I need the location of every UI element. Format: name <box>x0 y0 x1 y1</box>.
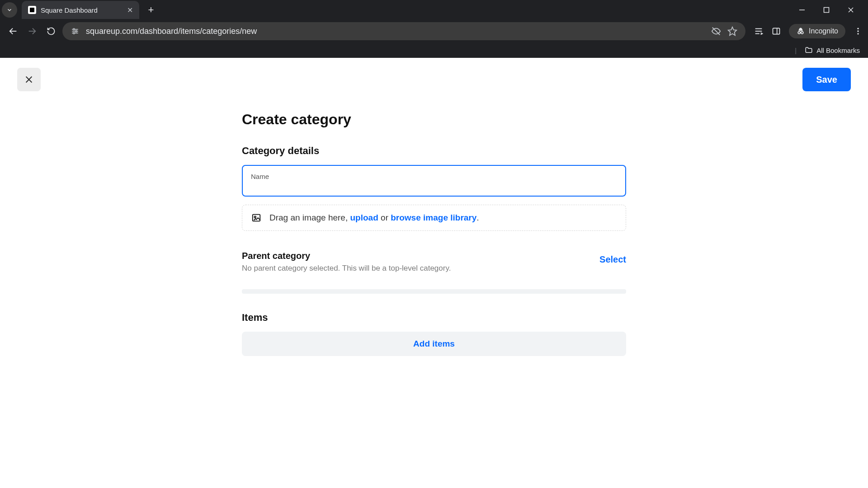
incognito-label: Incognito <box>809 27 838 35</box>
window-minimize-button[interactable] <box>797 5 807 15</box>
save-button[interactable]: Save <box>802 68 851 91</box>
back-button[interactable] <box>5 23 21 39</box>
separator: | <box>795 47 797 54</box>
arrow-right-icon <box>27 26 37 36</box>
window-controls <box>797 5 864 15</box>
close-button[interactable] <box>17 68 41 91</box>
name-label: Name <box>251 173 617 180</box>
toolbar: squareup.com/dashboard/items/categories/… <box>0 20 868 42</box>
close-icon <box>24 75 34 84</box>
browser-tab[interactable]: Square Dashboard ✕ <box>22 1 139 19</box>
visibility-off-icon[interactable] <box>711 26 721 36</box>
name-input[interactable] <box>251 180 617 193</box>
url-text: squareup.com/dashboard/items/categories/… <box>86 27 705 36</box>
side-panel-icon[interactable] <box>772 27 781 36</box>
browse-library-link[interactable]: browse image library <box>391 213 476 222</box>
bookmark-star-icon[interactable] <box>727 26 737 36</box>
add-items-button[interactable]: Add items <box>242 332 626 356</box>
form-content: Create category Category details Name Dr… <box>242 93 626 356</box>
svg-point-9 <box>73 28 75 30</box>
bookmarks-bar: | All Bookmarks <box>0 42 868 58</box>
svg-point-20 <box>801 32 803 34</box>
parent-category-description: No parent category selected. This will b… <box>242 264 451 273</box>
svg-point-22 <box>857 28 859 29</box>
svg-point-23 <box>857 30 859 32</box>
page-title: Create category <box>242 111 626 128</box>
tab-title: Square Dashboard <box>41 6 119 14</box>
svg-point-10 <box>75 30 77 32</box>
upload-link[interactable]: upload <box>350 213 378 222</box>
window-close-button[interactable] <box>845 5 856 15</box>
window-maximize-button[interactable] <box>821 5 832 15</box>
chevron-down-icon <box>6 7 13 13</box>
media-control-icon[interactable] <box>754 26 764 36</box>
forward-button[interactable] <box>24 23 40 39</box>
parent-category-title: Parent category <box>242 251 451 261</box>
address-bar[interactable]: squareup.com/dashboard/items/categories/… <box>62 22 745 40</box>
tab-close-button[interactable]: ✕ <box>123 6 133 14</box>
arrow-left-icon <box>8 26 18 36</box>
browser-chrome: Square Dashboard ✕ + <box>0 0 868 58</box>
incognito-icon <box>796 27 805 36</box>
image-drop-zone[interactable]: Drag an image here, upload or browse ima… <box>242 205 626 231</box>
svg-point-11 <box>73 33 75 34</box>
page-content: Save Create category Category details Na… <box>0 58 868 488</box>
drop-zone-text: Drag an image here, upload or browse ima… <box>269 213 479 223</box>
image-icon <box>250 213 262 223</box>
section-divider <box>242 289 626 294</box>
items-heading: Items <box>242 312 626 324</box>
incognito-indicator[interactable]: Incognito <box>789 24 845 38</box>
square-favicon <box>28 6 36 14</box>
tab-search-button[interactable] <box>2 2 17 18</box>
modal-header: Save <box>0 58 868 93</box>
svg-rect-1 <box>824 8 829 13</box>
tab-strip: Square Dashboard ✕ + <box>0 0 868 20</box>
all-bookmarks-button[interactable]: All Bookmarks <box>816 47 860 54</box>
parent-category-row: Parent category No parent category selec… <box>242 251 626 273</box>
folder-icon <box>805 46 813 54</box>
select-parent-button[interactable]: Select <box>599 251 626 265</box>
svg-marker-13 <box>728 27 736 35</box>
reload-button[interactable] <box>43 23 59 39</box>
svg-point-19 <box>798 32 800 34</box>
site-settings-icon[interactable] <box>71 27 80 36</box>
details-heading: Category details <box>242 145 626 157</box>
svg-point-28 <box>254 216 256 218</box>
svg-point-24 <box>857 33 859 34</box>
new-tab-button[interactable]: + <box>144 3 158 17</box>
chrome-menu-button[interactable] <box>854 27 863 36</box>
toolbar-right: Incognito <box>749 24 863 38</box>
reload-icon <box>47 27 56 36</box>
name-field[interactable]: Name <box>242 165 626 197</box>
svg-rect-17 <box>773 28 780 34</box>
